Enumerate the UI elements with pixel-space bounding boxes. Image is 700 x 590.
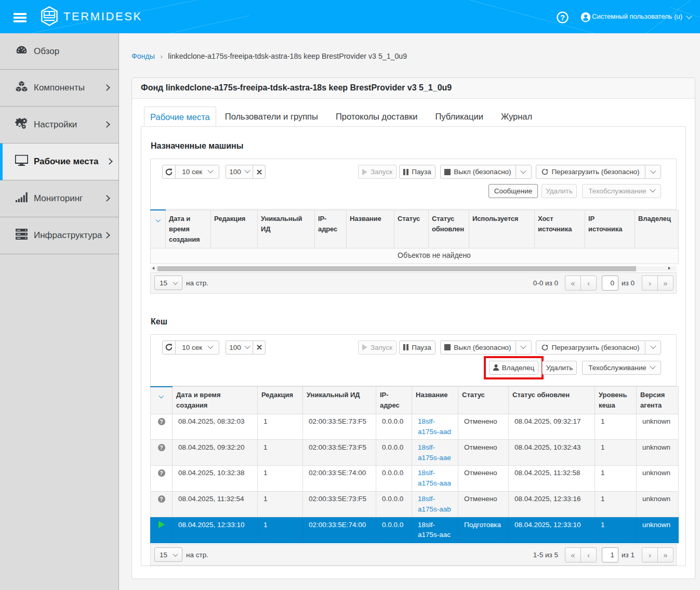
svg-text:?: ? xyxy=(560,14,565,22)
